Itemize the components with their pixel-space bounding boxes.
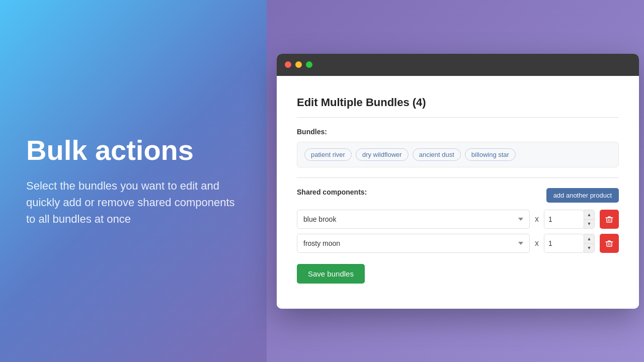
traffic-light-red[interactable] <box>285 61 291 68</box>
product-select-1[interactable]: blue brook <box>297 210 530 229</box>
bundle-chip: patient river <box>304 148 352 161</box>
browser-titlebar <box>277 54 639 76</box>
bundle-chip: dry wildflower <box>356 148 409 161</box>
trash-icon-1 <box>605 215 613 223</box>
multiply-sign-1: x <box>535 215 539 224</box>
quantity-up-2[interactable]: ▲ <box>584 234 595 243</box>
browser-window: Edit Multiple Bundles (4) Bundles: patie… <box>277 54 639 309</box>
right-panel: Edit Multiple Bundles (4) Bundles: patie… <box>267 0 644 362</box>
save-bundles-button[interactable]: Save bundles <box>297 264 365 284</box>
bulk-actions-description: Select the bundles you want to edit and … <box>26 177 240 227</box>
browser-content: Edit Multiple Bundles (4) Bundles: patie… <box>277 76 639 309</box>
delete-product-2[interactable] <box>600 234 619 253</box>
product-row: blue brook x ▲ ▼ <box>297 210 619 229</box>
svg-rect-0 <box>607 218 612 222</box>
traffic-light-yellow[interactable] <box>295 61 302 68</box>
bundle-chip: ancient dust <box>413 148 461 161</box>
bundles-label: Bundles: <box>297 128 619 136</box>
title-divider <box>297 117 619 118</box>
traffic-light-green[interactable] <box>306 61 312 68</box>
left-panel: Bulk actions Select the bundles you want… <box>0 0 267 362</box>
delete-product-1[interactable] <box>600 210 619 229</box>
quantity-input-2[interactable] <box>544 234 584 253</box>
product-row: frosty moon x ▲ ▼ <box>297 234 619 253</box>
quantity-down-2[interactable]: ▼ <box>584 243 595 253</box>
svg-rect-1 <box>607 242 612 246</box>
bundle-chip: billowing star <box>465 148 516 161</box>
page-title: Edit Multiple Bundles (4) <box>297 96 619 109</box>
bundles-container: patient river dry wildflower ancient dus… <box>297 142 619 167</box>
bundles-divider <box>297 177 619 178</box>
quantity-up-1[interactable]: ▲ <box>584 210 595 219</box>
spinner-btns-1: ▲ ▼ <box>584 210 595 229</box>
shared-components-label: Shared components: <box>297 188 367 196</box>
product-select-2[interactable]: frosty moon <box>297 234 530 253</box>
bulk-actions-title: Bulk actions <box>26 135 240 166</box>
trash-icon-2 <box>605 239 613 247</box>
add-another-product-button[interactable]: add another product <box>546 188 619 203</box>
quantity-wrapper-2: ▲ ▼ <box>544 234 595 253</box>
spinner-btns-2: ▲ ▼ <box>584 234 595 253</box>
multiply-sign-2: x <box>535 239 539 248</box>
quantity-down-1[interactable]: ▼ <box>584 219 595 229</box>
quantity-input-1[interactable] <box>544 210 584 229</box>
quantity-wrapper-1: ▲ ▼ <box>544 210 595 229</box>
shared-components-header: Shared components: add another product <box>297 188 619 203</box>
